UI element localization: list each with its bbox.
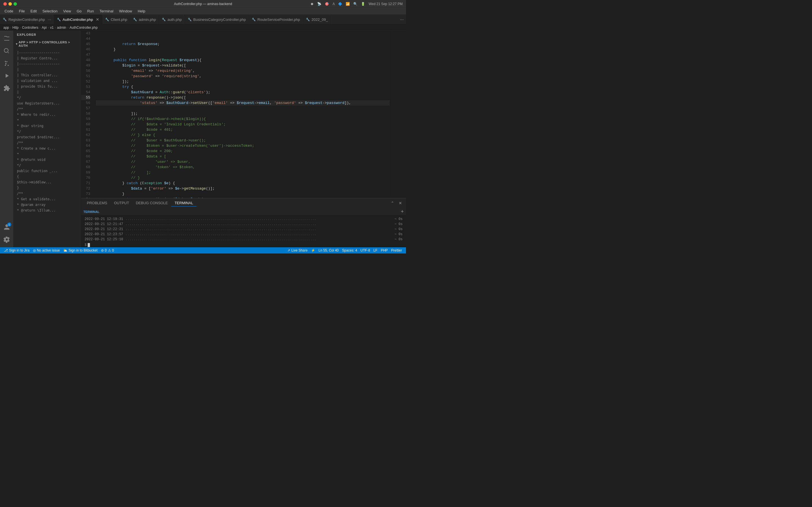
wifi-icon: 📶 [346,2,350,6]
panel-tab-terminal[interactable]: TERMINAL [171,200,197,207]
status-liveshare[interactable]: ↗ Live Share [286,247,309,253]
breadcrumb-api[interactable]: Api [42,25,47,30]
terminal-line-3: 2022-09-21 12:22:21 ....................… [85,227,403,232]
menu-terminal[interactable]: Terminal [97,8,116,14]
menu-code[interactable]: Code [2,8,15,14]
tab-label-route: RouteServiceProvider.php [257,17,300,22]
main-layout: 1 Explorer ▾ app > Http > Controllers > … [0,31,406,247]
panel-maximize-button[interactable]: ⌃ [389,200,396,206]
tab-label-business: BusinessCategoryController.php [193,17,246,22]
menu-edit[interactable]: Edit [28,8,39,14]
breadcrumb-admin[interactable]: admin [57,25,66,30]
breadcrumb-controllers[interactable]: Controllers [22,25,38,30]
tab-register-controller[interactable]: 🔧 RegisterController.php ··· [0,15,54,24]
editor-content: 43 44 45 46 47 48 49 50 51 52 53 54 55 5… [81,31,406,198]
tab-label-client: Client.php [111,17,128,22]
tab-icon-auth: 🔧 [57,18,61,21]
menubar: Code File Edit Selection View Go Run Ter… [0,8,406,15]
tab-client[interactable]: 🔧 Client.php [102,15,131,24]
minimize-button[interactable] [8,2,12,6]
terminal-content[interactable]: 2022-09-21 12:19:31 ....................… [81,216,406,247]
status-bitbucket[interactable]: ⛅ Sign in to Bitbucket [61,247,99,253]
terminal-panel: PROBLEMS OUTPUT DEBUG CONSOLE TERMINAL ⌃… [81,198,406,247]
tab-close-auth[interactable]: ✕ [96,17,99,22]
menu-file[interactable]: File [17,8,27,14]
spaces-label: Spaces: 4 [342,248,357,252]
a-icon: A [333,2,335,6]
error-icon: ⊘ [101,248,104,252]
traffic-lights [3,2,17,6]
status-issue[interactable]: ◎ No active issue [31,247,61,253]
tab-label-auth: AuthController.php [63,17,93,22]
settings-icon [3,236,10,243]
breadcrumb-v1[interactable]: v1 [50,25,54,30]
issue-icon: ◎ [33,248,36,252]
status-eol[interactable]: LF [372,247,379,253]
breadcrumb: app › Http › Controllers › Api › v1 › ad… [0,24,406,31]
search-icon[interactable]: 🔍 [353,2,357,6]
tab-more-register[interactable]: ··· [48,17,51,22]
lightning-icon: ⚡ [311,248,315,252]
status-jira[interactable]: ⎇ Sign in to Jira [2,247,31,253]
panel-tab-output[interactable]: OUTPUT [110,200,132,207]
tab-icon-auth2: 🔧 [162,18,166,21]
terminal-line-4: 2022-09-21 12:23:57 ....................… [85,232,403,237]
menu-view[interactable]: View [61,8,73,14]
panel-tabbar: PROBLEMS OUTPUT DEBUG CONSOLE TERMINAL ⌃… [81,198,406,208]
tab-label-admin: admin.php [139,17,156,22]
breadcrumb-filename[interactable]: AuthController.php [70,25,98,30]
window-title: AuthController.php — aminas-backend [174,2,232,6]
tab-auth-controller[interactable]: 🔧 AuthController.php ✕ [54,15,102,24]
terminal-line-5: 2022-09-21 12:25:10 ....................… [85,237,403,242]
code-text[interactable]: return $response; } public function logi… [94,31,392,198]
activity-run[interactable] [1,70,12,81]
tab-route-service[interactable]: 🔧 RouteServiceProvider.php [249,15,303,24]
panel-controls: ⌃ ✕ [389,200,404,206]
panel-close-button[interactable]: ✕ [397,200,404,206]
minimap [392,31,406,198]
status-position[interactable]: Ln 55, Col 40 [317,247,340,253]
encoding-label: UTF-8 [361,248,370,252]
status-errors[interactable]: ⊘ 0 ⚠ 0 [99,247,116,253]
activity-account[interactable]: 1 [1,221,12,233]
files-icon [3,35,10,42]
tab-overflow-menu[interactable]: ⋯ [398,15,406,24]
breadcrumb-http[interactable]: Http [12,25,18,30]
menu-run[interactable]: Run [85,8,96,14]
breadcrumb-app[interactable]: app [3,25,9,30]
sidebar: Explorer ▾ app > Http > Controllers > Au… [13,31,81,247]
activity-explorer[interactable] [1,33,12,44]
activity-source-control[interactable] [1,58,12,69]
issue-label: No active issue [37,248,60,252]
menu-go[interactable]: Go [74,8,84,14]
terminal-add-button[interactable]: + [401,209,404,215]
status-encoding[interactable]: UTF-8 [359,247,372,253]
tab-business-category[interactable]: 🔧 BusinessCategoryController.php [185,15,249,24]
panel-tab-debug-console[interactable]: DEBUG CONSOLE [133,200,171,207]
prettier-label: Prettier [391,248,402,252]
maximize-button[interactable] [13,2,17,6]
tab-label-register: RegisterController.php [8,17,45,22]
close-button[interactable] [3,2,7,6]
menu-selection[interactable]: Selection [40,8,59,14]
status-lightning[interactable]: ⚡ [309,247,317,253]
eol-label: LF [373,248,377,252]
jira-label: Sign in to Jira [9,248,30,252]
status-spaces[interactable]: Spaces: 4 [340,247,359,253]
terminal-line-2: 2022-09-21 12:21:47 ....................… [85,222,403,227]
tab-auth[interactable]: 🔧 auth.php [159,15,185,24]
menu-window[interactable]: Window [117,8,134,14]
warning-count: 0 [112,248,114,252]
tab-2022[interactable]: 🔧 2022_09_ [303,15,331,24]
panel-tab-problems[interactable]: PROBLEMS [84,200,110,207]
activity-settings[interactable] [1,234,12,245]
activity-extensions[interactable] [1,82,12,94]
explorer-section[interactable]: ▾ app > Http > Controllers > Auth [13,40,81,48]
warning-icon: ⚠ [108,248,111,252]
bitbucket-icon: ⛅ [63,248,67,252]
status-prettier[interactable]: Prettier [389,247,404,253]
menu-help[interactable]: Help [135,8,147,14]
activity-search[interactable] [1,45,12,57]
tab-admin[interactable]: 🔧 admin.php [130,15,159,24]
status-language[interactable]: PHP [379,247,390,253]
